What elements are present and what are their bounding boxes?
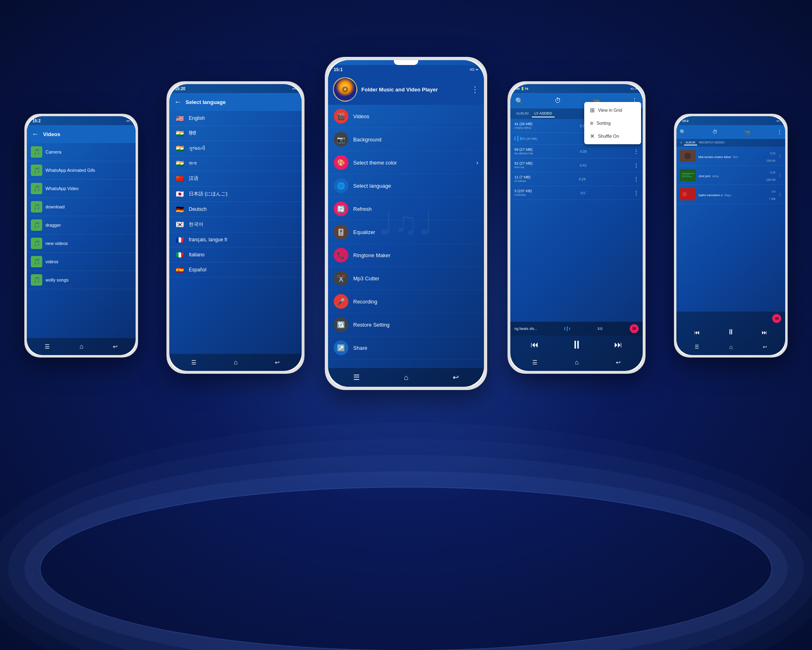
menu-item-language[interactable]: 🌐 Select language	[328, 174, 484, 197]
list-item[interactable]: 11 (7 MB) el barse 3:29 ⋮	[510, 172, 643, 186]
song-duration: 3:42	[580, 163, 587, 167]
more-icon[interactable]: ⋮	[778, 173, 782, 178]
menu-item-mp3cutter[interactable]: ✂️ Mp3 Cutter	[328, 267, 484, 290]
email-share-button[interactable]: ✉	[630, 324, 639, 333]
home-nav-button[interactable]: ⌂	[570, 357, 584, 368]
list-item[interactable]: 🎵 Camera	[27, 143, 136, 161]
menu-nav-button[interactable]: ☰	[690, 342, 704, 351]
left-center-back-icon[interactable]: ←	[174, 98, 181, 106]
home-nav-button[interactable]: ⌂	[75, 341, 89, 352]
list-item[interactable]: 🇮🇳 ગુજરાતી	[169, 141, 302, 156]
dropdown-view-grid[interactable]: ⊞ View in Grid	[584, 104, 641, 117]
home-nav-button[interactable]: ⌂	[399, 372, 413, 384]
back-nav-button[interactable]: ↩	[611, 358, 626, 367]
menu-item-theme[interactable]: 🎨 Select theme color ›	[328, 151, 484, 174]
menu-item-ringtone[interactable]: 📞 Ringtone Maker	[328, 244, 484, 267]
list-item[interactable]: 🇮🇹 Italiano	[169, 247, 302, 262]
menu-item-share[interactable]: ↗️ Share	[328, 336, 484, 360]
home-nav-button[interactable]: ⌂	[229, 357, 243, 368]
dropdown-sorting[interactable]: ≡ Sorting	[584, 117, 641, 130]
list-item[interactable]: 🎵 dragger	[27, 216, 136, 234]
menu-item-refresh[interactable]: 🔄 Refresh	[328, 197, 484, 221]
back-nav-button[interactable]: ↩	[448, 371, 464, 384]
back-nav-button[interactable]: ↩	[270, 358, 285, 367]
list-item[interactable]: 🎵 wolly songs	[27, 271, 136, 289]
next-button[interactable]: ⏭	[762, 329, 767, 336]
far-right-player-controls: ⏮ ⏸ ⏭	[676, 325, 785, 339]
list-item[interactable]: 🇨🇳 汉语	[169, 171, 302, 186]
play-pause-button[interactable]: ⏸	[571, 338, 582, 351]
list-item[interactable]: 🎵 WhatsApp Animated Gifs	[27, 161, 136, 180]
restore-label: Restore Setting	[353, 322, 390, 328]
tab-recently-added[interactable]: RECENTLY ADDED	[698, 140, 726, 145]
more-icon[interactable]: ⋮	[777, 129, 782, 135]
list-item[interactable]: 🎵 new videos	[27, 234, 136, 253]
video-icon[interactable]: 📹	[744, 129, 750, 135]
more-icon[interactable]: ⋮	[634, 162, 639, 168]
more-icon[interactable]: ⋮	[471, 84, 479, 94]
menu-item-recording[interactable]: 🎤 Recording	[328, 290, 484, 313]
center-screen: 15:1 4G ▪▪	[328, 60, 484, 387]
list-item[interactable]: 🎵 download	[27, 198, 136, 216]
list-item[interactable]: Mai tumko chahu kitna Tom 0:15 238 KB ⋮	[676, 147, 785, 166]
dropdown-sorting-label: Sorting	[596, 121, 611, 126]
list-item[interactable]: 5 (237 KB) rockstar 3:0 ⋮	[510, 186, 643, 200]
play-pause-button[interactable]: ⏸	[727, 328, 734, 336]
far-left-back-icon[interactable]: ←	[32, 130, 39, 139]
flag-in3: 🇮🇳	[175, 160, 185, 167]
list-item[interactable]: 🇩🇪 Deutsch	[169, 202, 302, 217]
history-icon[interactable]: ⏱	[555, 97, 561, 104]
list-item[interactable]: 🇮🇳 हिंदी	[169, 126, 302, 141]
list-item[interactable]: 🇮🇳 বাংলা	[169, 156, 302, 171]
menu-item-restore[interactable]: 🔃 Restore Setting	[328, 313, 484, 336]
list-item[interactable]: 🇯🇵 日本語 (にほんご)	[169, 186, 302, 202]
list-item[interactable]: 🇰🇷 한국어	[169, 217, 302, 232]
list-item[interactable]: 🇪🇸 Español	[169, 262, 302, 277]
menu-nav-button[interactable]: ☰	[40, 342, 55, 351]
refresh-icon: 🔄	[334, 202, 348, 216]
search-icon[interactable]: 🔍	[515, 97, 523, 105]
prev-button[interactable]: ⏮	[694, 329, 700, 336]
list-item[interactable]: 🎵 WhatsApp Video	[27, 180, 136, 198]
prev-button[interactable]: ⏮	[531, 340, 539, 349]
far-right-header: 🔍 ⏱ 📹 ⋮	[676, 125, 785, 139]
menu-item-equalizer[interactable]: 🎚️ Equalizer	[328, 221, 484, 244]
battery-icon: ▪▪▪	[292, 87, 296, 91]
flag-jp: 🇯🇵	[175, 191, 185, 197]
left-center-screen: 15:20 ▪▪▪ ← Select language 🇺🇸 English 🇮…	[169, 84, 302, 371]
history-icon[interactable]: ⏱	[713, 129, 717, 135]
flag-cn: 🇨🇳	[175, 176, 185, 182]
flag-it: 🇮🇹	[175, 251, 185, 258]
tab-album[interactable]: ALBUM	[514, 110, 531, 117]
tab-album[interactable]: ALBUM	[684, 140, 697, 145]
list-item[interactable]: Joni joni vinny 0:15 238 KB ⋮	[676, 166, 785, 185]
menu-item-background[interactable]: 📷 Background	[328, 128, 484, 151]
menu-nav-button[interactable]: ☰	[186, 358, 201, 367]
list-item[interactable]: 🎵 videos	[27, 253, 136, 271]
more-icon[interactable]: ⋮	[778, 154, 782, 158]
tab-s[interactable]: s	[679, 140, 684, 145]
list-item[interactable]: 🇫🇷 français, langue fr	[169, 232, 302, 247]
list-item[interactable]: Sathi mereitem s Rays 3:0 7 MB ⋮	[676, 185, 785, 204]
next-button[interactable]: ⏭	[614, 340, 622, 349]
back-nav-button[interactable]: ↩	[108, 342, 123, 351]
dropdown-shuffle[interactable]: ✕ Shuffle On	[584, 130, 641, 143]
center-bottom-nav: ☰ ⌂ ↩	[328, 368, 484, 387]
list-item[interactable]: 52 (27 MB) kho na 3:42 ⋮	[510, 158, 643, 172]
tab-recently-added[interactable]: LY ADDED	[532, 110, 555, 117]
more-icon[interactable]: ⋮	[634, 176, 639, 182]
song-title: 5 (237 KB)	[514, 189, 532, 193]
more-icon[interactable]: ⋮	[778, 192, 782, 197]
list-item[interactable]: 59 (27 MB) ko dekha hai 4:05 ⋮	[510, 145, 643, 158]
back-nav-button[interactable]: ↩	[758, 342, 772, 351]
more-icon[interactable]: ⋮	[634, 149, 639, 154]
flag-kr: 🇰🇷	[175, 221, 185, 228]
list-item[interactable]: 🇺🇸 English	[169, 111, 302, 126]
home-nav-button[interactable]: ⌂	[724, 342, 737, 352]
more-icon[interactable]: ⋮	[634, 190, 639, 196]
menu-nav-button[interactable]: ☰	[348, 371, 365, 384]
email-button[interactable]: ✉	[772, 314, 781, 323]
menu-item-videos[interactable]: 🎬 Videos	[328, 105, 484, 128]
menu-nav-button[interactable]: ☰	[527, 358, 542, 367]
search-icon[interactable]: 🔍	[680, 129, 686, 135]
